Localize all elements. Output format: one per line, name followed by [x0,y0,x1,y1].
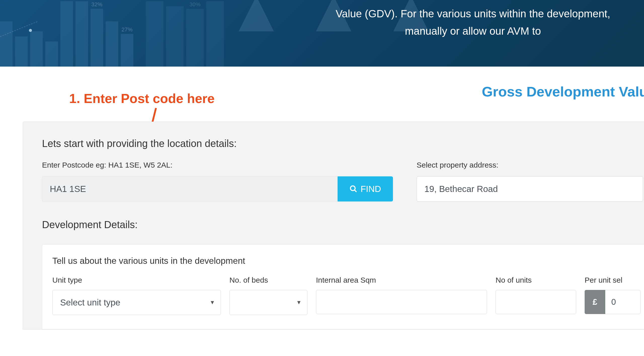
unit-type-select[interactable]: Select unit type ▼ [52,290,221,315]
address-label: Select property address: [417,161,643,169]
beds-label: No. of beds [229,276,307,284]
annotation-step-1: 1. Enter Post code here [69,91,215,106]
decor-pct: 22% [210,0,221,0]
unit-type-placeholder: Select unit type [60,297,120,308]
development-heading: Development Details: [42,219,644,230]
price-input[interactable] [605,290,640,314]
postcode-input[interactable] [42,176,338,201]
currency-prefix: £ [585,290,605,314]
hero-description: Value (GDV). For the various units withi… [299,5,644,40]
units-count-label: No of units [496,276,576,284]
units-subheading: Tell us about the various units in the d… [52,256,644,266]
chevron-down-icon: ▼ [296,299,302,306]
chevron-down-icon: ▼ [210,299,215,306]
address-group: Select property address: 19, Bethecar Ro… [417,161,643,201]
svg-line-1 [354,190,356,192]
area-input[interactable] [316,290,487,314]
hero-bars-decor: 32% 27% [0,1,133,67]
svg-point-0 [350,186,355,191]
find-button[interactable]: FIND [338,176,393,201]
postcode-group: Enter Postcode eg: HA1 1SE, W5 2AL: FIND [42,161,393,201]
search-icon [349,185,357,193]
area-label: Internal area Sqm [316,276,487,284]
decor-pct: 32% [91,1,102,8]
postcode-label: Enter Postcode eg: HA1 1SE, W5 2AL: [42,161,393,169]
decor-pct: 27% [122,26,133,33]
page-title: Gross Development Valu [482,83,644,100]
address-select[interactable]: 19, Bethecar Road [417,176,643,201]
price-label: Per unit sel [585,276,644,284]
hero-bars-decor-2: 30% 22% [146,1,224,67]
decor-pct: 30% [189,1,200,8]
beds-select[interactable]: ▼ [229,290,307,315]
unit-type-label: Unit type [52,276,221,284]
hero-dot-decor [29,29,32,32]
units-panel: Tell us about the various units in the d… [42,244,644,329]
units-count-input[interactable] [496,290,576,314]
address-value: 19, Bethecar Road [424,184,498,194]
hero-banner: 32% 27% 30% 22% ▲▲▲ Value (GDV). For the… [0,0,644,67]
form-panel: Lets start with providing the location d… [23,122,644,330]
location-heading: Lets start with providing the location d… [42,138,644,149]
find-button-label: FIND [360,184,381,194]
